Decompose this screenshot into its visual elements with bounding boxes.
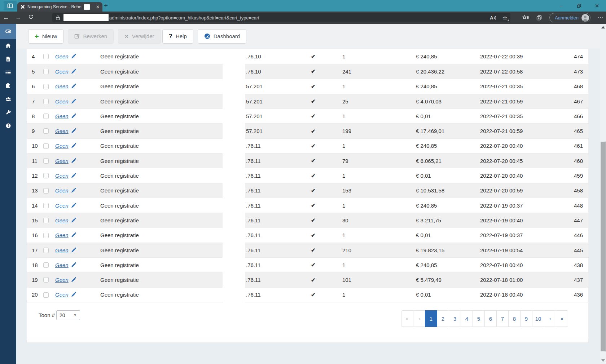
published-check-icon[interactable]: ✔	[311, 49, 316, 64]
published-check-icon[interactable]: ✔	[311, 183, 316, 198]
published-check-icon[interactable]: ✔	[311, 64, 316, 79]
edit-pencil-icon[interactable]	[71, 203, 76, 208]
pagination-page-button[interactable]: 8	[508, 310, 521, 327]
scroll-up-icon[interactable]	[601, 26, 605, 28]
pagination-nav-button[interactable]: ›	[544, 310, 556, 327]
pagination-page-button[interactable]: 3	[449, 310, 461, 327]
edit-pencil-icon[interactable]	[71, 173, 76, 178]
row-checkbox[interactable]	[43, 292, 49, 298]
row-checkbox[interactable]	[43, 99, 49, 104]
dashboard-button[interactable]: Dashboard	[198, 29, 246, 44]
geen-link[interactable]: Geen	[55, 143, 69, 149]
edit-pencil-icon[interactable]	[71, 128, 76, 134]
new-tab-button[interactable]: +	[104, 2, 108, 10]
geen-link[interactable]: Geen	[55, 203, 69, 209]
edit-pencil-icon[interactable]	[71, 248, 76, 253]
minimize-button[interactable]: −	[552, 0, 570, 12]
edit-pencil-icon[interactable]	[71, 84, 76, 89]
row-checkbox[interactable]	[43, 173, 49, 178]
geen-link[interactable]: Geen	[55, 128, 69, 134]
geen-link[interactable]: Geen	[55, 53, 69, 59]
geen-link[interactable]: Geen	[55, 98, 69, 105]
vertical-scrollbar[interactable]	[600, 24, 606, 364]
edit-pencil-icon[interactable]	[71, 69, 76, 74]
geen-link[interactable]: Geen	[55, 262, 69, 268]
help-button[interactable]: ? Help	[162, 29, 193, 44]
edit-pencil-icon[interactable]	[71, 143, 76, 148]
restore-button[interactable]	[570, 0, 588, 12]
published-check-icon[interactable]: ✔	[311, 288, 316, 302]
add-favorite-icon[interactable]: ☆+	[502, 14, 508, 21]
geen-link[interactable]: Geen	[55, 277, 69, 283]
sidebar-item-system[interactable]	[0, 106, 16, 119]
read-aloud-icon[interactable]: A	[490, 15, 496, 21]
row-checkbox[interactable]	[43, 233, 49, 238]
edit-pencil-icon[interactable]	[71, 218, 76, 223]
edit-pencil-icon[interactable]	[71, 158, 76, 164]
published-check-icon[interactable]: ✔	[311, 109, 316, 123]
back-button[interactable]: ←	[0, 14, 12, 21]
row-checkbox[interactable]	[43, 114, 49, 119]
row-checkbox[interactable]	[43, 158, 49, 164]
row-checkbox[interactable]	[43, 188, 49, 194]
address-bar[interactable]: administrator/index.php?option=com_hikas…	[52, 13, 510, 22]
sidebar-item-content[interactable]	[0, 52, 16, 66]
pagination-page-button[interactable]: 10	[532, 310, 544, 327]
geen-link[interactable]: Geen	[55, 68, 69, 75]
pagination-page-button[interactable]: 1	[425, 310, 437, 327]
signin-button[interactable]: Aanmelden	[549, 13, 590, 22]
reload-button[interactable]	[25, 14, 37, 21]
published-check-icon[interactable]: ✔	[311, 154, 316, 168]
published-check-icon[interactable]: ✔	[311, 198, 316, 213]
scrollbar-thumb[interactable]	[601, 142, 606, 351]
tab-close-icon[interactable]: ✕	[96, 5, 100, 9]
sidebar-item-home[interactable]	[0, 39, 16, 52]
geen-link[interactable]: Geen	[55, 173, 69, 179]
published-check-icon[interactable]: ✔	[311, 258, 316, 272]
edit-pencil-icon[interactable]	[71, 292, 76, 297]
geen-link[interactable]: Geen	[55, 158, 69, 164]
per-page-select[interactable]: 20 ▼	[56, 310, 80, 320]
collections-icon[interactable]	[536, 15, 542, 21]
more-menu-icon[interactable]: ⋯	[598, 14, 603, 21]
row-checkbox[interactable]	[43, 218, 49, 223]
pagination-page-button[interactable]: 6	[484, 310, 497, 327]
geen-link[interactable]: Geen	[55, 232, 69, 238]
published-check-icon[interactable]: ✔	[311, 213, 316, 227]
pagination-page-button[interactable]: 2	[437, 310, 449, 327]
row-checkbox[interactable]	[43, 203, 49, 208]
row-checkbox[interactable]	[43, 69, 49, 74]
geen-link[interactable]: Geen	[55, 292, 69, 298]
row-checkbox[interactable]	[43, 277, 49, 283]
published-check-icon[interactable]: ✔	[311, 243, 316, 257]
edit-pencil-icon[interactable]	[71, 114, 76, 119]
published-check-icon[interactable]: ✔	[311, 124, 316, 138]
browser-tab[interactable]: Novogaming Service - Beheer - ✕	[17, 2, 102, 12]
geen-link[interactable]: Geen	[55, 113, 69, 119]
sidebar-item-components[interactable]	[0, 79, 16, 92]
published-check-icon[interactable]: ✔	[311, 139, 316, 153]
edit-pencil-icon[interactable]	[71, 277, 76, 283]
pagination-page-button[interactable]: 5	[473, 310, 485, 327]
sidebar-item-menus[interactable]	[0, 66, 16, 79]
row-checkbox[interactable]	[43, 128, 49, 134]
row-checkbox[interactable]	[43, 262, 49, 268]
published-check-icon[interactable]: ✔	[311, 94, 316, 108]
pagination-page-button[interactable]: 4	[461, 310, 473, 327]
published-check-icon[interactable]: ✔	[311, 79, 316, 94]
row-checkbox[interactable]	[43, 54, 49, 59]
url-text[interactable]: administrator/index.php?option=com_hikas…	[109, 15, 259, 21]
geen-link[interactable]: Geen	[55, 217, 69, 223]
lock-icon[interactable]	[55, 15, 61, 21]
edit-pencil-icon[interactable]	[71, 232, 76, 238]
published-check-icon[interactable]: ✔	[311, 272, 316, 287]
edit-pencil-icon[interactable]	[71, 99, 76, 104]
sidebar-item-users[interactable]	[0, 92, 16, 106]
geen-link[interactable]: Geen	[55, 247, 69, 253]
row-checkbox[interactable]	[43, 84, 49, 89]
published-check-icon[interactable]: ✔	[311, 228, 316, 243]
edit-pencil-icon[interactable]	[71, 54, 76, 59]
edit-pencil-icon[interactable]	[71, 188, 76, 193]
row-checkbox[interactable]	[43, 143, 49, 149]
pagination-nav-button[interactable]: »	[556, 310, 568, 327]
